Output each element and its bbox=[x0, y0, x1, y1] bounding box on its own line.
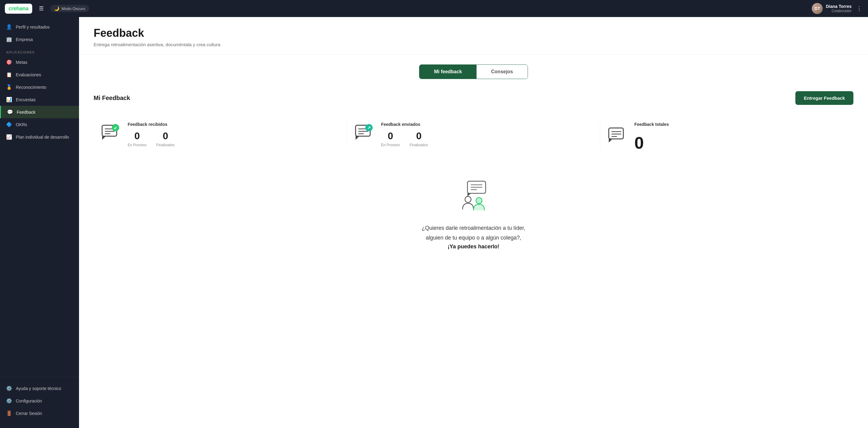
medal-icon: 🏅 bbox=[6, 84, 12, 90]
sidebar-item-empresa[interactable]: 🏢 Empresa bbox=[0, 33, 79, 45]
tabs-container: Mi feedback Consejos bbox=[94, 64, 854, 79]
sidebar-item-label: OKRs bbox=[16, 122, 27, 127]
user-name: Diana Torres bbox=[826, 4, 851, 9]
building-icon: 🏢 bbox=[6, 36, 12, 42]
sidebar-item-encuestas[interactable]: 📊 Encuestas bbox=[0, 93, 79, 106]
entregar-feedback-button[interactable]: Entregar Feedback bbox=[795, 91, 854, 105]
hamburger-button[interactable]: ☰ bbox=[37, 3, 45, 14]
sidebar-item-label: Empresa bbox=[16, 37, 33, 42]
stat-info-totales: Feedback totales 0 bbox=[634, 122, 846, 153]
sidebar-item-configuracion[interactable]: ⚙️ Configuración bbox=[0, 395, 79, 407]
settings-icon: ⚙️ bbox=[6, 398, 12, 404]
sidebar-item-metas[interactable]: 🎯 Metas bbox=[0, 56, 79, 68]
svg-text:↙: ↙ bbox=[114, 125, 117, 130]
empty-cta: ¡Ya puedes hacerlo! bbox=[448, 243, 499, 250]
sidebar-item-perfil[interactable]: 👤 Perfil y resultados bbox=[0, 21, 79, 33]
stat-total-number: 0 bbox=[634, 133, 644, 153]
okr-icon: 🔷 bbox=[6, 122, 12, 127]
sidebar-item-evaluaciones[interactable]: 📋 Evaluaciones bbox=[0, 68, 79, 81]
stat-info-recibidos: Feedback recibidos 0 En Proceso 0 Finali… bbox=[128, 122, 339, 147]
page-title: Feedback bbox=[94, 27, 854, 39]
stat-en-proceso-enviados: 0 En Proceso bbox=[381, 130, 400, 147]
layout: 👤 Perfil y resultados 🏢 Empresa APLICACI… bbox=[0, 17, 868, 428]
more-options-button[interactable]: ⋮ bbox=[855, 4, 863, 13]
page-header: Feedback Entrega retroalimentación asert… bbox=[79, 17, 868, 55]
sidebar-item-okrs[interactable]: 🔷 OKRs bbox=[0, 118, 79, 131]
sidebar-item-label: Feedback bbox=[17, 110, 35, 115]
section-header: Mi Feedback Entregar Feedback bbox=[94, 91, 854, 105]
sidebar: 👤 Perfil y resultados 🏢 Empresa APLICACI… bbox=[0, 17, 79, 428]
sidebar-item-label: Configuración bbox=[16, 399, 42, 403]
user-info: DT Diana Torres Colaborador bbox=[812, 3, 851, 14]
sidebar-item-label: Metas bbox=[16, 60, 27, 65]
avatar: DT bbox=[812, 3, 823, 14]
growth-icon: 📈 bbox=[6, 134, 12, 140]
main-content: Feedback Entrega retroalimentación asert… bbox=[79, 17, 868, 428]
stat-number-en-proceso-recibidos: 0 bbox=[128, 130, 147, 142]
stat-label-recibidos: Feedback recibidos bbox=[128, 122, 339, 127]
stat-card-recibidos: ↙ Feedback recibidos 0 En Proceso 0 bbox=[94, 122, 347, 147]
empty-illustration bbox=[458, 181, 489, 217]
stat-number-finalizados-enviados: 0 bbox=[410, 130, 428, 142]
sidebar-item-reconocimiento[interactable]: 🏅 Reconocimiento bbox=[0, 81, 79, 93]
sidebar-item-plan[interactable]: 📈 Plan individual de desarrollo bbox=[0, 131, 79, 143]
logo[interactable]: crehana bbox=[5, 4, 32, 14]
tab-consejos[interactable]: Consejos bbox=[476, 65, 528, 79]
avatar-image: DT bbox=[812, 3, 823, 14]
stat-card-totales: Feedback totales 0 bbox=[600, 122, 854, 153]
feedback-total-icon bbox=[608, 126, 627, 149]
stat-sub-en-proceso-recibidos: En Proceso bbox=[128, 143, 147, 147]
svg-point-20 bbox=[465, 196, 471, 203]
page-body: Mi feedback Consejos Mi Feedback Entrega… bbox=[79, 55, 868, 279]
sidebar-item-label: Plan individual de desarrollo bbox=[16, 135, 69, 140]
help-icon: ⚙️ bbox=[6, 386, 12, 391]
user-icon: 👤 bbox=[6, 24, 12, 30]
svg-rect-12 bbox=[609, 128, 623, 139]
section-title: Mi Feedback bbox=[94, 95, 130, 101]
section-label-aplicaciones: APLICACIONES bbox=[0, 45, 79, 56]
sidebar-item-feedback[interactable]: 💬 Feedback bbox=[0, 106, 79, 118]
target-icon: 🎯 bbox=[6, 59, 12, 65]
stat-info-enviados: Feedback enviados 0 En Proceso 0 Finaliz… bbox=[381, 122, 593, 147]
dark-mode-label: Modo Oscuro bbox=[62, 6, 85, 11]
empty-question-line1: ¿Quieres darle retroalimentación a tu lí… bbox=[422, 224, 525, 232]
sidebar-item-label: Perfil y resultados bbox=[16, 25, 50, 29]
sidebar-divider bbox=[0, 377, 79, 377]
stat-label-enviados: Feedback enviados bbox=[381, 122, 593, 127]
stats-row: ↙ Feedback recibidos 0 En Proceso 0 bbox=[94, 115, 854, 160]
sidebar-bottom: ⚙️ Ayuda y soporte técnico ⚙️ Configurac… bbox=[0, 380, 79, 422]
sidebar-item-label: Encuestas bbox=[16, 97, 36, 102]
header-right: DT Diana Torres Colaborador ⋮ bbox=[812, 3, 863, 14]
svg-text:↗: ↗ bbox=[367, 125, 371, 130]
feedback-received-icon: ↙ bbox=[101, 123, 120, 146]
stat-sub-finalizados-enviados: Finalizados bbox=[410, 143, 428, 147]
top-header: crehana ☰ 🌙 Modo Oscuro DT Diana Torres … bbox=[0, 0, 868, 17]
logout-icon: 🚪 bbox=[6, 410, 12, 416]
header-left: crehana ☰ 🌙 Modo Oscuro bbox=[5, 3, 89, 14]
empty-question-line2: alguien de tu equipo o a algún colega?, bbox=[426, 235, 521, 241]
user-role: Colaborador bbox=[826, 9, 851, 13]
user-text: Diana Torres Colaborador bbox=[826, 4, 851, 13]
sidebar-item-label: Evaluaciones bbox=[16, 72, 41, 77]
stat-card-enviados: ↗ Feedback enviados 0 En Proceso 0 bbox=[347, 122, 600, 147]
stat-sub-en-proceso-enviados: En Proceso bbox=[381, 143, 400, 147]
sidebar-item-label: Ayuda y soporte técnico bbox=[16, 386, 61, 391]
page-subtitle: Entrega retroalimentación asertiva, docu… bbox=[94, 42, 854, 47]
sidebar-item-ayuda[interactable]: ⚙️ Ayuda y soporte técnico bbox=[0, 382, 79, 395]
dark-mode-toggle[interactable]: 🌙 Modo Oscuro bbox=[51, 5, 89, 12]
stat-number-finalizados-recibidos: 0 bbox=[156, 130, 175, 142]
stat-numbers-recibidos: 0 En Proceso 0 Finalizados bbox=[128, 130, 339, 147]
feedback-icon: 💬 bbox=[7, 109, 13, 115]
stat-en-proceso-recibidos: 0 En Proceso bbox=[128, 130, 147, 147]
sidebar-nav: 👤 Perfil y resultados 🏢 Empresa APLICACI… bbox=[0, 17, 79, 374]
stat-sub-finalizados-recibidos: Finalizados bbox=[156, 143, 175, 147]
svg-point-21 bbox=[476, 197, 482, 204]
tab-mi-feedback[interactable]: Mi feedback bbox=[420, 65, 476, 79]
logo-text: crehana bbox=[8, 5, 29, 12]
chart-icon: 📊 bbox=[6, 97, 12, 102]
feedback-sent-icon: ↗ bbox=[354, 123, 374, 146]
stat-label-totales: Feedback totales bbox=[634, 122, 669, 127]
sidebar-item-cerrar-sesion[interactable]: 🚪 Cerrar Sesión bbox=[0, 407, 79, 420]
moon-icon: 🌙 bbox=[54, 6, 59, 11]
sidebar-item-label: Reconocimiento bbox=[16, 85, 46, 90]
